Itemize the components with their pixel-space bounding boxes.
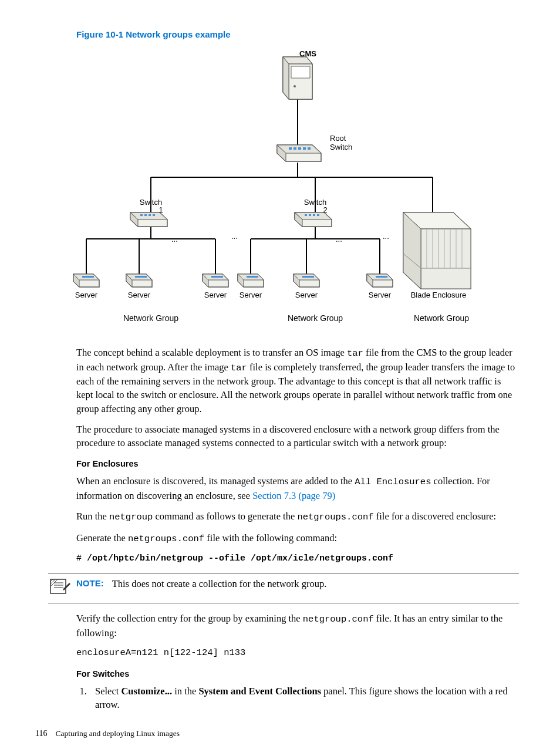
page-number: 116 [35, 728, 47, 740]
svg-marker-20 [291, 66, 310, 78]
blade-enclosure-label: Blade Enclosure [411, 291, 467, 299]
svg-rect-36 [153, 214, 155, 216]
text: Run the [76, 511, 109, 522]
inline-code-netgroup: netgroup [109, 512, 153, 522]
server-label-4: Server [239, 291, 262, 299]
network-group-label-2: Network Group [288, 313, 343, 323]
text: The concept behind a scalable deployment… [76, 347, 347, 358]
ellipsis-g2: ... [336, 235, 342, 244]
command: /opt/hptc/bin/netgroup --ofile /opt/mx/i… [87, 553, 393, 563]
svg-rect-35 [149, 214, 151, 216]
note-label: NOTE: [76, 577, 104, 589]
server-label-2: Server [128, 291, 151, 299]
heading-for-switches: For Switches [76, 668, 519, 680]
inline-code-netgroup-conf: netgroup.conf [303, 614, 374, 625]
inline-code-tar: tar [231, 363, 247, 373]
text: Verify the collection entry for the grou… [76, 613, 303, 624]
enclosures-p3: Generate the netgroups.conf file with th… [76, 531, 519, 546]
enclosures-p1: When an enclosure is discovered, its man… [76, 474, 519, 502]
ui-system-event-collections: System and Event Collections [198, 686, 321, 697]
inline-code-netgroups-conf: netgroups.conf [297, 512, 373, 522]
ellipsis-2: ... [383, 232, 389, 241]
inline-code-netgroups-conf: netgroups.conf [128, 534, 204, 544]
heading-for-enclosures: For Enclosures [76, 458, 519, 470]
enclosures-p2: Run the netgroup command as follows to g… [76, 509, 519, 524]
svg-rect-41 [309, 214, 311, 216]
cms-label: CMS [299, 51, 316, 58]
svg-rect-55 [211, 276, 223, 278]
switch-1-label-2: 1 [158, 205, 163, 214]
server-label-1: Server [75, 291, 98, 299]
svg-rect-34 [144, 214, 147, 216]
figure-caption: Figure 10-1 Network groups example [76, 28, 519, 40]
svg-rect-51 [135, 276, 147, 278]
prompt: # [76, 553, 87, 563]
note-rule-top [48, 573, 519, 573]
text: file for a discovered enclosure: [374, 511, 496, 522]
inline-code-tar: tar [347, 348, 363, 359]
note-text: This does not create a collection for th… [112, 577, 327, 590]
switch-2-label-2: 2 [323, 205, 327, 214]
svg-rect-26 [294, 147, 296, 150]
svg-marker-19 [283, 57, 289, 99]
note-block: NOTE: This does not create a collection … [48, 573, 519, 603]
root-switch-label-2: Switch [330, 143, 352, 151]
server-label-3: Server [204, 291, 227, 299]
ellipsis-1: ... [231, 232, 238, 241]
text: Select [95, 686, 121, 697]
svg-marker-70 [421, 229, 471, 289]
switch-1-node [130, 212, 167, 227]
network-group-label-3: Network Group [414, 313, 469, 323]
svg-rect-43 [317, 214, 319, 216]
server-label-6: Server [369, 291, 392, 299]
network-group-label-1: Network Group [123, 313, 178, 323]
switch-2-node [295, 212, 332, 227]
ellipsis-g1: ... [171, 235, 178, 244]
svg-rect-42 [313, 214, 315, 216]
text: file with the following command: [204, 532, 337, 544]
network-diagram-svg: CMS Root Switch Switch 1 Switch 2 ... ..… [63, 51, 497, 333]
text: Generate the [76, 532, 128, 544]
server-nodes-group-1 [73, 274, 228, 287]
sample-output: enclosureA=n121 n[122-124] n133 [76, 647, 519, 660]
svg-point-21 [294, 85, 296, 87]
svg-rect-25 [289, 147, 292, 150]
root-switch-label-1: Root [330, 134, 346, 143]
text: When an enclosure is discovered, its man… [76, 475, 355, 487]
note-rule-bottom [48, 603, 519, 603]
text: in the [172, 686, 198, 697]
server-label-5: Server [295, 291, 318, 299]
cms-node: CMS [283, 51, 316, 99]
note-icon [48, 576, 72, 599]
chapter-title: Capturing and deploying Linux images [55, 728, 179, 740]
svg-rect-63 [302, 276, 314, 278]
svg-rect-28 [303, 147, 306, 150]
svg-rect-67 [376, 276, 387, 278]
step-1: Select Customize... in the System and Ev… [89, 684, 519, 711]
page-footer: 116 Capturing and deploying Linux images [35, 728, 519, 740]
enclosures-p4: Verify the collection entry for the grou… [76, 612, 519, 640]
switches-steps: Select Customize... in the System and Ev… [76, 684, 519, 711]
root-switch-node [277, 145, 321, 161]
svg-rect-59 [247, 276, 258, 278]
svg-rect-33 [140, 214, 143, 216]
svg-rect-27 [298, 147, 301, 150]
inline-code-all-enclosures: All Enclosures [355, 477, 431, 487]
svg-rect-47 [82, 276, 94, 278]
svg-rect-29 [308, 147, 311, 150]
command-line: # /opt/hptc/bin/netgroup --ofile /opt/mx… [76, 552, 519, 565]
paragraph-2: The procedure to associate managed syste… [76, 423, 519, 450]
figure-diagram: CMS Root Switch Switch 1 Switch 2 ... ..… [41, 51, 519, 333]
text: command as follows to generate the [153, 511, 297, 522]
server-nodes-group-2 [238, 274, 393, 287]
paragraph-1: The concept behind a scalable deployment… [76, 346, 519, 416]
svg-rect-40 [305, 214, 307, 216]
blade-enclosure-node [403, 212, 471, 289]
ui-customize: Customize... [121, 686, 172, 697]
link-section-7-3[interactable]: Section 7.3 (page 79) [252, 490, 335, 501]
